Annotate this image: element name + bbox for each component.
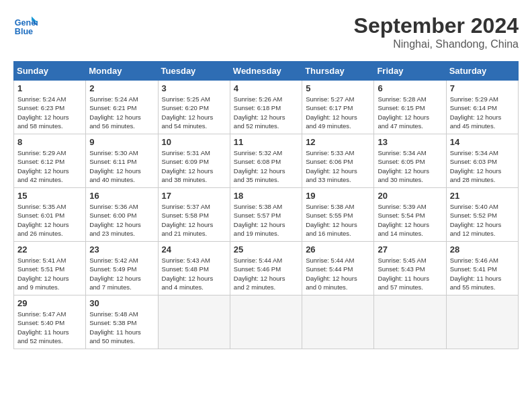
day-info: Sunrise: 5:30 AMSunset: 6:11 PMDaylight:… [89,148,154,184]
day-cell: 18 Sunrise: 5:38 AMSunset: 5:57 PMDaylig… [230,188,302,242]
day-info: Sunrise: 5:35 AMSunset: 6:01 PMDaylight:… [17,202,82,238]
week-row-3: 15 Sunrise: 5:35 AMSunset: 6:01 PMDaylig… [14,188,519,242]
day-number: 15 [17,191,82,201]
day-cell: 4 Sunrise: 5:26 AMSunset: 6:18 PMDayligh… [230,81,302,134]
day-number: 30 [89,298,154,308]
day-number: 5 [306,83,370,93]
day-cell: 14 Sunrise: 5:34 AMSunset: 6:03 PMDaylig… [446,134,518,188]
week-row-1: 1 Sunrise: 5:24 AMSunset: 6:23 PMDayligh… [14,81,519,134]
week-row-2: 8 Sunrise: 5:29 AMSunset: 6:12 PMDayligh… [14,134,519,188]
day-cell [230,295,302,349]
day-cell: 23 Sunrise: 5:42 AMSunset: 5:49 PMDaylig… [86,242,158,295]
day-cell: 6 Sunrise: 5:28 AMSunset: 6:15 PMDayligh… [374,81,446,134]
day-number: 7 [450,83,515,93]
day-cell: 16 Sunrise: 5:36 AMSunset: 6:00 PMDaylig… [86,188,158,242]
day-cell: 10 Sunrise: 5:31 AMSunset: 6:09 PMDaylig… [158,134,230,188]
day-cell: 2 Sunrise: 5:24 AMSunset: 6:21 PMDayligh… [86,81,158,134]
day-number: 3 [162,83,226,93]
day-number: 17 [162,191,226,201]
day-cell: 17 Sunrise: 5:37 AMSunset: 5:58 PMDaylig… [158,188,230,242]
day-cell: 20 Sunrise: 5:39 AMSunset: 5:54 PMDaylig… [374,188,446,242]
day-info: Sunrise: 5:40 AMSunset: 5:52 PMDaylight:… [450,202,515,238]
day-cell: 19 Sunrise: 5:38 AMSunset: 5:55 PMDaylig… [302,188,374,242]
day-number: 25 [234,244,298,255]
day-cell: 5 Sunrise: 5:27 AMSunset: 6:17 PMDayligh… [302,81,374,134]
day-info: Sunrise: 5:46 AMSunset: 5:41 PMDaylight:… [450,256,515,291]
day-info: Sunrise: 5:48 AMSunset: 5:38 PMDaylight:… [89,310,154,345]
day-cell: 8 Sunrise: 5:29 AMSunset: 6:12 PMDayligh… [14,134,86,188]
day-info: Sunrise: 5:34 AMSunset: 6:03 PMDaylight:… [450,148,515,184]
day-number: 6 [378,83,442,93]
header-row: SundayMondayTuesdayWednesdayThursdayFrid… [14,62,519,81]
day-cell: 24 Sunrise: 5:43 AMSunset: 5:48 PMDaylig… [158,242,230,295]
day-cell: 9 Sunrise: 5:30 AMSunset: 6:11 PMDayligh… [86,134,158,188]
day-number: 14 [450,137,515,147]
day-cell: 13 Sunrise: 5:34 AMSunset: 6:05 PMDaylig… [374,134,446,188]
col-header-friday: Friday [374,62,446,81]
day-number: 13 [378,137,442,147]
day-info: Sunrise: 5:36 AMSunset: 6:00 PMDaylight:… [89,202,154,238]
day-cell: 25 Sunrise: 5:44 AMSunset: 5:46 PMDaylig… [230,242,302,295]
day-cell [446,295,518,349]
day-info: Sunrise: 5:24 AMSunset: 6:21 PMDaylight:… [89,95,154,130]
col-header-sunday: Sunday [14,62,86,81]
day-number: 9 [89,137,154,147]
page-header: General Blue September 2024 Ninghai, Sha… [13,13,519,50]
day-cell: 28 Sunrise: 5:46 AMSunset: 5:41 PMDaylig… [446,242,518,295]
day-number: 29 [17,298,82,308]
week-row-4: 22 Sunrise: 5:41 AMSunset: 5:51 PMDaylig… [14,242,519,295]
day-number: 27 [378,244,442,255]
svg-text:Blue: Blue [15,27,33,36]
day-info: Sunrise: 5:28 AMSunset: 6:15 PMDaylight:… [378,95,442,130]
col-header-wednesday: Wednesday [230,62,302,81]
day-info: Sunrise: 5:41 AMSunset: 5:51 PMDaylight:… [17,256,82,291]
day-info: Sunrise: 5:37 AMSunset: 5:58 PMDaylight:… [162,202,226,238]
day-number: 21 [450,191,515,201]
week-row-5: 29 Sunrise: 5:47 AMSunset: 5:40 PMDaylig… [14,295,519,349]
day-cell: 3 Sunrise: 5:25 AMSunset: 6:20 PMDayligh… [158,81,230,134]
day-number: 22 [17,244,82,255]
day-info: Sunrise: 5:43 AMSunset: 5:48 PMDaylight:… [162,256,226,291]
day-cell: 12 Sunrise: 5:33 AMSunset: 6:06 PMDaylig… [302,134,374,188]
logo-icon: General Blue [13,13,38,38]
day-info: Sunrise: 5:27 AMSunset: 6:17 PMDaylight:… [306,95,370,130]
day-info: Sunrise: 5:33 AMSunset: 6:06 PMDaylight:… [306,148,370,184]
day-number: 10 [162,137,226,147]
day-cell [302,295,374,349]
day-number: 4 [234,83,298,93]
calendar-table: SundayMondayTuesdayWednesdayThursdayFrid… [13,61,519,349]
day-cell: 7 Sunrise: 5:29 AMSunset: 6:14 PMDayligh… [446,81,518,134]
day-number: 24 [162,244,226,255]
day-info: Sunrise: 5:26 AMSunset: 6:18 PMDaylight:… [234,95,298,130]
day-info: Sunrise: 5:45 AMSunset: 5:43 PMDaylight:… [378,256,442,291]
day-info: Sunrise: 5:24 AMSunset: 6:23 PMDaylight:… [17,95,82,130]
day-info: Sunrise: 5:38 AMSunset: 5:55 PMDaylight:… [306,202,370,238]
day-info: Sunrise: 5:29 AMSunset: 6:14 PMDaylight:… [450,95,515,130]
day-info: Sunrise: 5:29 AMSunset: 6:12 PMDaylight:… [17,148,82,184]
day-number: 26 [306,244,370,255]
col-header-tuesday: Tuesday [158,62,230,81]
day-number: 23 [89,244,154,255]
day-cell [158,295,230,349]
day-number: 16 [89,191,154,201]
day-number: 11 [234,137,298,147]
day-info: Sunrise: 5:38 AMSunset: 5:57 PMDaylight:… [234,202,298,238]
day-info: Sunrise: 5:32 AMSunset: 6:08 PMDaylight:… [234,148,298,184]
day-cell: 21 Sunrise: 5:40 AMSunset: 5:52 PMDaylig… [446,188,518,242]
day-cell: 22 Sunrise: 5:41 AMSunset: 5:51 PMDaylig… [14,242,86,295]
day-info: Sunrise: 5:25 AMSunset: 6:20 PMDaylight:… [162,95,226,130]
day-cell: 26 Sunrise: 5:44 AMSunset: 5:44 PMDaylig… [302,242,374,295]
month-title: September 2024 [354,13,519,38]
col-header-saturday: Saturday [446,62,518,81]
day-number: 8 [17,137,82,147]
day-number: 20 [378,191,442,201]
day-cell: 30 Sunrise: 5:48 AMSunset: 5:38 PMDaylig… [86,295,158,349]
title-area: September 2024 Ninghai, Shandong, China [354,13,519,50]
day-info: Sunrise: 5:47 AMSunset: 5:40 PMDaylight:… [17,310,82,345]
location-subtitle: Ninghai, Shandong, China [354,38,519,50]
day-number: 2 [89,83,154,93]
day-cell: 11 Sunrise: 5:32 AMSunset: 6:08 PMDaylig… [230,134,302,188]
day-cell [374,295,446,349]
day-number: 18 [234,191,298,201]
day-number: 12 [306,137,370,147]
